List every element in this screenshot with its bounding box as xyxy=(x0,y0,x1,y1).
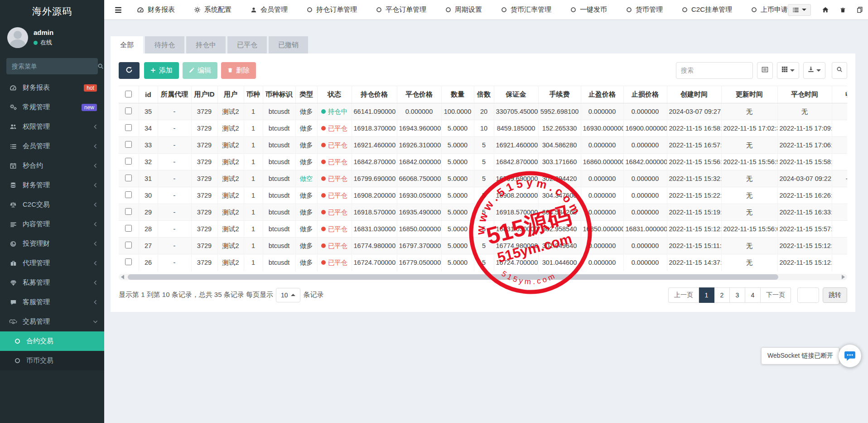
refresh-button[interactable] xyxy=(119,62,140,79)
scroll-left-icon[interactable] xyxy=(121,275,124,279)
nav-item-会员管理[interactable]: 会员管理 xyxy=(251,5,288,14)
table-row[interactable]: 26-3729测试21btcusdt做多已平仓16724.70000016779… xyxy=(119,254,847,271)
sidebar-item-交易管理[interactable]: 交易管理 xyxy=(0,312,104,331)
column-header-type[interactable]: 类型 xyxy=(295,86,317,103)
select-all-checkbox[interactable] xyxy=(125,91,132,97)
row-checkbox[interactable] xyxy=(125,225,132,232)
table-row[interactable]: 35-3729测试21btcusdt做多持仓中66141.0900000.000… xyxy=(119,103,847,120)
sidebar-subitem-合约交易[interactable]: 合约交易 xyxy=(0,331,104,351)
horizontal-scrollbar[interactable] xyxy=(119,274,847,280)
row-checkbox[interactable] xyxy=(125,107,132,114)
column-header-id[interactable]: id xyxy=(139,86,158,103)
tab-已撤销[interactable]: 已撤销 xyxy=(269,36,308,53)
hamburger-icon[interactable] xyxy=(104,6,130,14)
column-header-coin[interactable]: 币种 xyxy=(244,86,263,103)
fullscreen-search-button[interactable] xyxy=(832,62,847,79)
column-header-margin[interactable]: 保证金 xyxy=(494,86,538,103)
page-2[interactable]: 2 xyxy=(714,287,730,303)
jump-button[interactable]: 跳转 xyxy=(823,287,847,303)
edit-button[interactable]: 编辑 xyxy=(183,62,217,79)
nav-item-一键发币[interactable]: 一键发币 xyxy=(570,5,607,14)
page-4[interactable]: 4 xyxy=(745,287,761,303)
column-header-profit[interactable]: 收益 xyxy=(832,86,847,103)
export-button[interactable] xyxy=(803,62,825,79)
column-header-agent[interactable]: 所属代理 xyxy=(158,86,191,103)
sidebar-item-财务报表[interactable]: 财务报表hot xyxy=(0,78,104,97)
column-header-symbol[interactable]: 币种标识 xyxy=(263,86,295,103)
sidebar-item-会员管理[interactable]: 会员管理 xyxy=(0,136,104,156)
table-row[interactable]: 32-3729测试21btcusdt做多已平仓16842.87000016842… xyxy=(119,154,847,170)
scroll-right-icon[interactable] xyxy=(842,275,845,279)
tab-持仓中[interactable]: 持仓中 xyxy=(186,36,226,53)
nav-item-周期设置[interactable]: 周期设置 xyxy=(445,5,482,14)
list-dropdown-button[interactable] xyxy=(788,4,811,16)
sidebar-item-投资理财[interactable]: 投资理财 xyxy=(0,234,104,253)
delete-button[interactable]: 删除 xyxy=(221,62,256,79)
column-header-user[interactable]: 用户 xyxy=(217,86,244,103)
column-header-fee[interactable]: 手续费 xyxy=(538,86,581,103)
sidebar-subitem-币币交易[interactable]: 币币交易 xyxy=(0,351,104,370)
sidebar-item-财务管理[interactable]: 财务管理 xyxy=(0,175,104,195)
column-header-tp[interactable]: 止盈价格 xyxy=(581,86,623,103)
columns-button[interactable] xyxy=(777,62,799,79)
column-header-created[interactable]: 创建时间 xyxy=(667,86,721,103)
sidebar-item-常规管理[interactable]: 常规管理new xyxy=(0,97,104,117)
table-row[interactable]: 31-3729测试21btcusdt做空已平仓16799.69000066068… xyxy=(119,170,847,187)
sidebar-item-私募管理[interactable]: 私募管理 xyxy=(0,273,104,292)
search-icon[interactable] xyxy=(97,63,104,69)
sidebar-item-权限管理[interactable]: 权限管理 xyxy=(0,117,104,136)
sidebar-item-内容管理[interactable]: 内容管理 xyxy=(0,214,104,234)
home-icon[interactable] xyxy=(822,6,829,13)
column-header-closed[interactable]: 平仓时间 xyxy=(777,86,832,103)
table-row[interactable]: 30-3729测试21btcusdt做多已平仓16908.20000016930… xyxy=(119,187,847,204)
sidebar-item-客服管理[interactable]: 客服管理 xyxy=(0,292,104,312)
row-checkbox[interactable] xyxy=(125,124,132,131)
column-header-lever[interactable]: 倍数 xyxy=(474,86,494,103)
column-header-close_price[interactable]: 平仓价格 xyxy=(397,86,441,103)
nav-item-货币汇率管理[interactable]: 货币汇率管理 xyxy=(501,5,551,14)
page-3[interactable]: 3 xyxy=(730,287,745,303)
row-checkbox[interactable] xyxy=(125,191,132,198)
table-row[interactable]: 28-3729测试21btcusdt做多已平仓16831.03000016850… xyxy=(119,221,847,238)
sidebar-item-秒合约[interactable]: 秒合约 xyxy=(0,156,104,175)
column-header-status[interactable]: 状态 xyxy=(317,86,352,103)
row-checkbox[interactable] xyxy=(125,158,132,165)
scrollbar-thumb[interactable] xyxy=(128,274,778,280)
copy-icon[interactable] xyxy=(857,6,863,13)
sidebar-search-input[interactable] xyxy=(12,63,94,70)
chat-widget-button[interactable] xyxy=(839,345,861,367)
row-checkbox[interactable] xyxy=(125,242,132,248)
page-prev[interactable]: 上一页 xyxy=(668,287,699,303)
column-header-uid[interactable]: 用户ID xyxy=(191,86,217,103)
add-button[interactable]: 添加 xyxy=(144,62,179,79)
sidebar-item-代理管理[interactable]: 代理管理 xyxy=(0,253,104,273)
tab-全部[interactable]: 全部 xyxy=(111,36,143,53)
page-1[interactable]: 1 xyxy=(699,287,714,303)
nav-item-系统配置[interactable]: 系统配置 xyxy=(194,5,231,14)
nav-item-货币管理[interactable]: 货币管理 xyxy=(626,5,663,14)
sidebar-search[interactable] xyxy=(6,58,98,74)
row-checkbox[interactable] xyxy=(125,258,132,265)
nav-item-财务报表[interactable]: 财务报表 xyxy=(137,5,175,14)
table-row[interactable]: 33-3729测试21btcusdt做多已平仓16921.46000016926… xyxy=(119,137,847,154)
table-row[interactable]: 27-3729测试21btcusdt做多已平仓16774.98000016797… xyxy=(119,238,847,254)
jump-page-input[interactable] xyxy=(797,287,819,303)
table-row[interactable]: 34-3729测试21btcusdt做多已平仓16918.37000016943… xyxy=(119,120,847,137)
nav-item-上币申请[interactable]: 上币申请 xyxy=(751,5,788,14)
page-size-dropdown[interactable]: 10 xyxy=(276,288,301,302)
column-header-updated[interactable]: 更新时间 xyxy=(721,86,777,103)
table-row[interactable]: 29-3729测试21btcusdt做多已平仓16918.57000016935… xyxy=(119,204,847,221)
tab-已平仓[interactable]: 已平仓 xyxy=(227,36,267,53)
nav-item-C2C挂单管理[interactable]: C2C挂单管理 xyxy=(682,5,732,14)
detail-view-button[interactable] xyxy=(757,62,773,79)
trash-icon[interactable] xyxy=(840,7,846,13)
page-next[interactable]: 下一页 xyxy=(761,287,791,303)
row-checkbox[interactable] xyxy=(125,141,132,148)
column-header-amount[interactable]: 数量 xyxy=(441,86,474,103)
nav-item-持仓订单管理[interactable]: 持仓订单管理 xyxy=(307,5,357,14)
table-search-input[interactable] xyxy=(676,62,753,79)
column-header-sl[interactable]: 止损价格 xyxy=(623,86,667,103)
row-checkbox[interactable] xyxy=(125,208,132,215)
tab-待持仓[interactable]: 待持仓 xyxy=(145,36,184,53)
column-header-open_price[interactable]: 持仓价格 xyxy=(352,86,397,103)
